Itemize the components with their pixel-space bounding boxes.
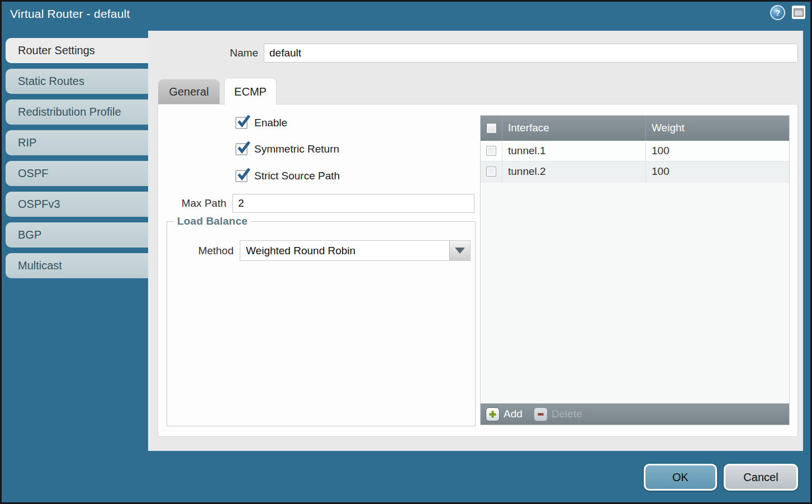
sidebar-item-router-settings[interactable]: Router Settings (6, 38, 148, 63)
table-header: Interface Weight (481, 116, 789, 141)
minus-icon (534, 407, 548, 421)
tab-ecmp[interactable]: ECMP (224, 78, 277, 105)
name-label: Name (148, 44, 258, 63)
strict-source-path-label: Strict Source Path (254, 170, 340, 182)
window-glyph (794, 8, 804, 17)
name-input[interactable] (264, 44, 798, 63)
cancel-button[interactable]: Cancel (724, 464, 798, 491)
weight-cell[interactable]: 100 (645, 161, 789, 182)
enable-checkbox[interactable] (235, 117, 248, 129)
column-header-weight[interactable]: Weight (645, 116, 789, 141)
sidebar-item-multicast[interactable]: Multicast (6, 253, 148, 278)
strict-source-path-checkbox[interactable] (235, 170, 248, 182)
ok-button[interactable]: OK (644, 464, 717, 491)
sidebar-item-redistribution-profile[interactable]: Redistribution Profile (6, 99, 148, 125)
table-row[interactable]: tunnel.1 100 (481, 141, 789, 161)
chevron-down-icon (455, 248, 465, 254)
enable-label: Enable (254, 117, 287, 129)
enable-row: Enable (235, 117, 287, 129)
sidebar-item-ospf[interactable]: OSPF (6, 161, 148, 186)
add-button[interactable]: Add (486, 407, 523, 421)
dialog-title: Virtual Router - default (10, 7, 130, 21)
sidebar-item-rip[interactable]: RIP (6, 130, 148, 155)
symmetric-return-label: Symmetric Return (254, 143, 339, 155)
max-path-label: Max Path (158, 194, 226, 213)
sidebar-item-bgp[interactable]: BGP (6, 222, 148, 248)
load-balance-legend: Load Balance (174, 215, 251, 227)
delete-button-label: Delete (552, 408, 582, 420)
symmetric-return-row: Symmetric Return (235, 143, 339, 155)
method-label: Method (167, 240, 234, 261)
column-header-interface[interactable]: Interface (502, 116, 645, 141)
sidebar-item-static-routes[interactable]: Static Routes (6, 69, 148, 94)
checkmark-icon (236, 141, 250, 155)
ecmp-panel: Enable Symmetric Return Strict Source Pa… (158, 104, 798, 437)
table-empty-area (481, 182, 789, 403)
row-checkbox[interactable] (486, 167, 496, 177)
table-row[interactable]: tunnel.2 100 (481, 161, 789, 182)
interface-table: Interface Weight tunnel.1 100 tunnel.2 1… (480, 115, 790, 425)
question-mark-glyph: ? (775, 8, 780, 17)
window-restore-icon[interactable] (792, 6, 805, 19)
sidebar-item-ospfv3[interactable]: OSPFv3 (6, 192, 148, 217)
strict-source-path-row: Strict Source Path (235, 170, 340, 182)
content-area: Name General ECMP Enable Symmetric Retur… (148, 31, 803, 451)
help-icon[interactable]: ? (770, 5, 785, 20)
add-button-label: Add (504, 408, 523, 420)
interface-cell[interactable]: tunnel.1 (502, 141, 645, 161)
plus-icon (486, 407, 500, 421)
virtual-router-dialog: Virtual Router - default ? Router Settin… (0, 0, 812, 504)
table-toolbar: Add Delete (481, 403, 789, 425)
select-all-checkbox[interactable] (486, 123, 497, 134)
method-dropdown-button[interactable] (449, 241, 470, 260)
row-checkbox[interactable] (486, 146, 496, 156)
symmetric-return-checkbox[interactable] (235, 143, 248, 155)
interface-cell[interactable]: tunnel.2 (502, 161, 645, 182)
method-dropdown[interactable]: Weighted Round Robin (240, 240, 471, 261)
delete-button[interactable]: Delete (534, 407, 582, 421)
method-dropdown-value: Weighted Round Robin (240, 241, 470, 260)
max-path-input[interactable] (232, 194, 474, 213)
tab-general[interactable]: General (158, 79, 220, 104)
load-balance-group: Load Balance Method Weighted Round Robin (167, 221, 476, 426)
checkmark-icon (236, 168, 250, 182)
checkmark-icon (236, 115, 250, 129)
weight-cell[interactable]: 100 (645, 141, 789, 161)
